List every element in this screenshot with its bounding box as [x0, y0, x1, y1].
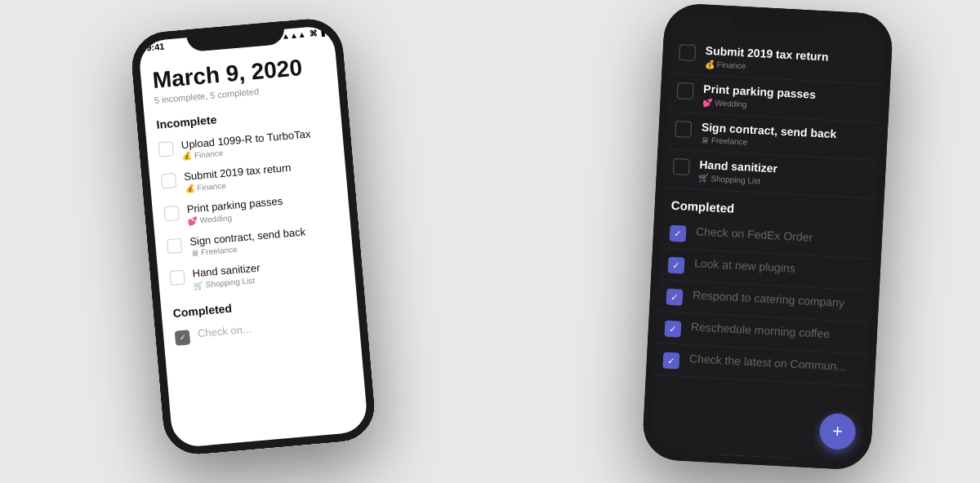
task-title-completed: Check on...: [197, 322, 252, 339]
task-title-dark-completed: Check on FedEx Order: [696, 225, 813, 245]
phone-left: 9:41 ▲▲▲ ⌘ ▮ March 9, 2020 5 incomplete,…: [129, 16, 377, 458]
screen-right: Submit 2019 tax return 💰 Finance Print p…: [642, 2, 894, 471]
task-checkbox-dark-checked[interactable]: ✓: [664, 321, 681, 338]
battery-icon: ▮: [320, 28, 326, 37]
task-checkbox[interactable]: [161, 173, 177, 189]
task-checkbox[interactable]: [163, 206, 180, 222]
status-icons-left: ▲▲▲ ⌘ ▮: [282, 28, 326, 41]
task-title-dark-completed: Look at new plugins: [694, 257, 795, 276]
task-checkbox-dark-checked[interactable]: ✓: [662, 352, 679, 370]
add-task-button[interactable]: +: [818, 413, 856, 450]
task-title-dark-completed: Respond to catering company: [693, 288, 845, 310]
scene: 9:41 ▲▲▲ ⌘ ▮ March 9, 2020 5 incomplete,…: [0, 0, 980, 483]
task-checkbox-dark-checked[interactable]: ✓: [666, 289, 683, 306]
task-checkbox-dark[interactable]: [673, 158, 690, 175]
wifi-icon: ⌘: [309, 29, 318, 38]
task-checkbox-dark[interactable]: [675, 121, 692, 138]
task-checkbox-dark[interactable]: [679, 44, 696, 61]
task-checkbox-checked[interactable]: ✓: [175, 330, 191, 346]
task-checkbox-dark[interactable]: [677, 82, 694, 100]
task-checkbox[interactable]: [169, 270, 185, 286]
task-checkbox[interactable]: [167, 237, 183, 254]
home-indicator-left: [230, 436, 312, 447]
task-checkbox-dark-checked[interactable]: ✓: [670, 225, 687, 242]
time-left: 9:41: [146, 42, 165, 53]
signal-icon: ▲▲▲: [282, 29, 307, 41]
screen-left: 9:41 ▲▲▲ ⌘ ▮ March 9, 2020 5 incomplete,…: [129, 16, 377, 458]
home-indicator-right: [715, 454, 797, 462]
task-tag-dark: 🛒 Shopping List: [698, 174, 777, 187]
task-title-dark-completed: Check the latest on Commun...: [689, 352, 847, 374]
task-title-dark-completed: Reschedule morning coffee: [691, 320, 831, 341]
phone-right: Submit 2019 tax return 💰 Finance Print p…: [642, 2, 894, 471]
task-checkbox-dark-checked[interactable]: ✓: [667, 257, 684, 274]
task-checkbox[interactable]: [158, 141, 174, 157]
